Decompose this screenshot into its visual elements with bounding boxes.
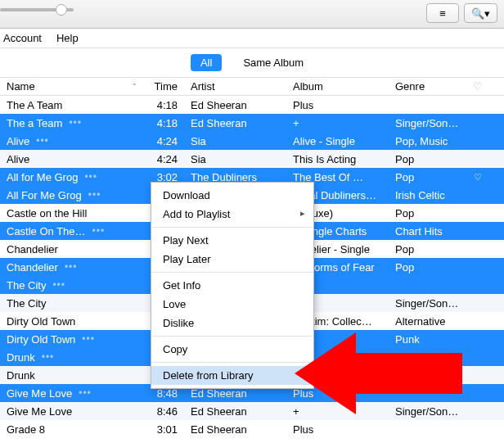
- cell-genre: Pop: [389, 171, 462, 183]
- cell-artist: Ed Sheeran: [184, 117, 286, 129]
- table-header: Name˄ Time Artist Album Genre ♡: [0, 78, 504, 96]
- filter-all[interactable]: All: [191, 54, 222, 71]
- cell-name: Alive•••: [0, 135, 143, 147]
- more-dots-icon[interactable]: •••: [42, 351, 55, 363]
- cell-album: Alive - Single: [286, 135, 389, 147]
- cell-name: The City: [0, 297, 143, 310]
- cell-time: 3:01: [143, 423, 184, 436]
- context-menu: Download Add to Playlist Play Next Play …: [151, 182, 314, 389]
- cell-genre: Pop: [389, 261, 462, 273]
- cell-artist: Sia: [184, 153, 286, 165]
- more-dots-icon[interactable]: •••: [92, 225, 106, 237]
- more-dots-icon[interactable]: •••: [79, 387, 92, 399]
- col-time[interactable]: Time: [143, 80, 184, 93]
- menu-get-info[interactable]: Get Info: [151, 276, 313, 295]
- menu-copy[interactable]: Copy: [151, 340, 313, 359]
- more-dots-icon[interactable]: •••: [84, 171, 97, 183]
- cell-artist: Ed Sheeran: [184, 405, 286, 418]
- cell-name: Chandelier: [0, 243, 143, 255]
- menu-love[interactable]: Love: [151, 295, 313, 314]
- table-row[interactable]: Alive4:24SiaThis Is ActingPop: [0, 150, 504, 168]
- table-row[interactable]: The a Team•••4:18Ed Sheeran+Singer/Son…: [0, 114, 504, 132]
- cell-name: Castle on the Hill: [0, 207, 143, 219]
- more-dots-icon[interactable]: •••: [69, 117, 82, 129]
- cell-name: Give Me Love: [0, 405, 143, 418]
- cell-name: Drunk•••: [0, 351, 143, 364]
- search-button[interactable]: 🔍▾: [464, 3, 497, 23]
- cell-time: 4:18: [143, 99, 184, 111]
- list-icon: ≡: [439, 7, 446, 20]
- cell-name: Grade 8: [0, 423, 143, 436]
- search-icon: 🔍▾: [471, 7, 490, 20]
- cell-genre: Pop: [389, 153, 462, 165]
- filter-same-album[interactable]: Same Album: [233, 54, 313, 71]
- cell-time: 4:18: [143, 117, 184, 129]
- svg-marker-0: [295, 332, 462, 414]
- cell-genre: Singer/Son…: [389, 117, 462, 129]
- col-genre[interactable]: Genre: [389, 80, 462, 93]
- col-album[interactable]: Album: [286, 80, 389, 93]
- cell-name: The A Team: [0, 99, 143, 111]
- cell-name: Give Me Love•••: [0, 387, 143, 400]
- annotation-arrow: [295, 328, 466, 418]
- cell-genre: Irish Celtic: [389, 189, 462, 201]
- cell-name: Chandelier•••: [0, 261, 143, 273]
- cell-genre: Pop: [389, 207, 462, 219]
- more-dots-icon[interactable]: •••: [82, 333, 95, 345]
- menu-add-to-playlist[interactable]: Add to Playlist: [151, 205, 313, 224]
- menu-play-later[interactable]: Play Later: [151, 250, 313, 269]
- table-row[interactable]: Grade 83:01Ed SheeranPlus: [0, 420, 504, 438]
- cell-album: Plus: [286, 423, 389, 436]
- cell-genre: Pop, Music: [389, 135, 462, 147]
- cell-name: All for Me Grog•••: [0, 171, 143, 183]
- volume-thumb[interactable]: [56, 4, 67, 16]
- cell-name: Drunk: [0, 369, 143, 382]
- view-list-button[interactable]: ≡: [426, 3, 459, 23]
- cell-genre: Singer/Son…: [389, 297, 462, 310]
- col-artist[interactable]: Artist: [184, 80, 286, 93]
- filter-bar: All Same Album: [0, 48, 504, 78]
- col-name[interactable]: Name˄: [0, 80, 143, 93]
- cell-album: +: [286, 117, 389, 129]
- cell-artist: Ed Sheeran: [184, 99, 286, 111]
- cell-name: All For Me Grog•••: [0, 189, 143, 201]
- table-row[interactable]: Alive•••4:24SiaAlive - SinglePop, Music: [0, 132, 504, 150]
- menu-separator: [151, 336, 313, 337]
- toolbar: ≡ 🔍▾: [0, 0, 504, 29]
- table-row[interactable]: The A Team4:18Ed SheeranPlus: [0, 96, 504, 114]
- col-name-label: Name: [7, 80, 35, 93]
- cell-name: Dirty Old Town: [0, 315, 143, 328]
- sort-caret-icon: ˄: [133, 83, 137, 91]
- cell-album: This Is Acting: [286, 153, 389, 165]
- cell-genre: Pop: [389, 243, 462, 255]
- cell-genre: Alternative: [389, 315, 462, 328]
- menu-separator: [151, 362, 313, 363]
- menu-play-next[interactable]: Play Next: [151, 231, 313, 250]
- menubar: Account Help: [0, 29, 504, 48]
- cell-name: The a Team•••: [0, 117, 143, 129]
- more-dots-icon[interactable]: •••: [36, 135, 49, 147]
- cell-album: Plus: [286, 99, 389, 111]
- menu-help[interactable]: Help: [56, 32, 79, 44]
- cell-name: Dirty Old Town•••: [0, 333, 143, 346]
- more-dots-icon[interactable]: •••: [88, 189, 101, 201]
- more-dots-icon[interactable]: •••: [52, 279, 65, 291]
- menu-separator: [151, 227, 313, 228]
- col-love[interactable]: ♡: [462, 80, 487, 93]
- cell-time: 4:24: [143, 135, 184, 147]
- cell-time: 8:46: [143, 405, 184, 418]
- menu-separator: [151, 272, 313, 273]
- cell-name: Castle On The…•••: [0, 225, 143, 237]
- menu-delete-from-library[interactable]: Delete from Library: [151, 366, 313, 385]
- cell-genre: Chart Hits: [389, 225, 462, 237]
- menu-download[interactable]: Download: [151, 186, 313, 205]
- cell-love[interactable]: ♡: [462, 172, 487, 183]
- menu-dislike[interactable]: Dislike: [151, 314, 313, 332]
- cell-time: 4:24: [143, 153, 184, 165]
- cell-artist: Sia: [184, 135, 286, 147]
- more-dots-icon[interactable]: •••: [65, 261, 78, 273]
- cell-name: Alive: [0, 153, 143, 165]
- volume-slider[interactable]: [0, 8, 74, 11]
- cell-artist: Ed Sheeran: [184, 423, 286, 436]
- menu-account[interactable]: Account: [3, 32, 42, 44]
